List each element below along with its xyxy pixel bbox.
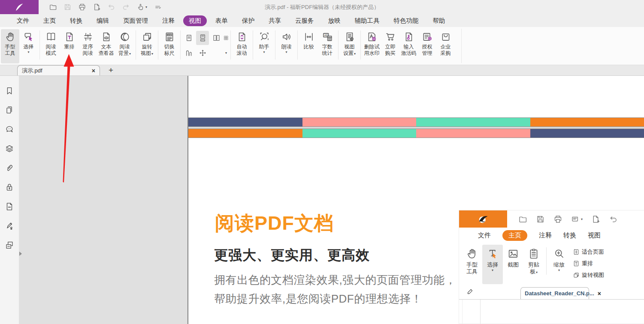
single-page-layout-button[interactable] (182, 31, 195, 45)
hand-tool-button[interactable]: 手型工具 (462, 245, 482, 284)
new-tab-button[interactable]: + (109, 66, 113, 75)
folder-icon (518, 215, 527, 224)
signature-icon (5, 221, 14, 231)
chevron-down-icon[interactable]: ▾ (224, 46, 229, 60)
screenshot-tab-label: Datasheet_Reader_CN.p... (525, 290, 594, 297)
tab-close-icon[interactable]: × (92, 68, 95, 74)
menu-form[interactable]: 表单 (210, 15, 233, 26)
screenshot-share-icon: ▾ (571, 215, 583, 224)
facing-layout-button[interactable] (210, 31, 223, 45)
print-button[interactable] (78, 3, 86, 11)
menu-share[interactable]: 共享 (263, 15, 287, 26)
menu-cloud-service[interactable]: 云服务 (290, 15, 320, 26)
clipboard-button[interactable]: 剪贴板▾ (523, 245, 544, 284)
compare-button[interactable]: 比较 (299, 29, 318, 63)
save-button[interactable] (63, 3, 72, 11)
ribbon-group: 旋转视图▾ (138, 29, 156, 63)
sidebar-pages-button[interactable] (5, 105, 14, 115)
read-mode-button[interactable]: 阅读模式 (42, 29, 60, 63)
enter-activation-code-button[interactable]: 输入激活码 (399, 29, 418, 63)
chevron-down-icon: ▾ (129, 52, 131, 56)
menu-protect[interactable]: 保护 (236, 15, 260, 26)
redo-button[interactable] (122, 3, 130, 11)
speaker-icon (281, 31, 292, 42)
sidebar-digital-signatures-button[interactable] (5, 221, 14, 231)
remove-trial-watermark-button[interactable]: 删除试用水印 (363, 29, 381, 63)
menu-edit[interactable]: 编辑 (91, 15, 115, 26)
group-separator (230, 30, 231, 60)
reading-background-button[interactable]: 阅读背景▾ (115, 29, 134, 63)
word-count-button[interactable]: AB字数统计 (318, 29, 336, 63)
continuous-facing-layout-button[interactable] (182, 46, 195, 60)
sidebar-fields-button[interactable] (5, 202, 14, 211)
screenshot-button[interactable]: 截图 (503, 245, 523, 284)
touch-mode-button[interactable]: ▾ (136, 3, 147, 11)
menu-assistive-tools[interactable]: 辅助工具 (349, 15, 385, 26)
select-button[interactable]: 选择▾ (19, 29, 38, 63)
split-view-button[interactable] (196, 46, 209, 60)
sidebar-security-button[interactable] (5, 183, 14, 192)
auto-scroll-button[interactable]: 自动滚动 (233, 29, 251, 63)
customize-quick-access-button[interactable] (154, 3, 162, 11)
text-viewer-button[interactable]: 文本查看器 (97, 29, 115, 63)
assistant-button[interactable]: 助手▾ (255, 29, 273, 63)
open-button[interactable] (49, 3, 57, 11)
page-layout-group: ▾ (182, 31, 229, 60)
l-cont-icon (199, 34, 207, 42)
clipboard-icon (528, 248, 540, 260)
rotate-view-button[interactable]: 旋转视图▾ (138, 29, 156, 63)
sidebar-layers-button[interactable] (5, 144, 14, 153)
group-separator (253, 30, 253, 60)
read-bg-icon (119, 31, 130, 42)
license-icon (422, 31, 433, 42)
enterprise-purchase-button[interactable]: 企业采购 (436, 29, 455, 63)
ribbon-group: 自动滚动 (233, 29, 251, 63)
paperclip-icon (5, 163, 14, 173)
menu-file[interactable]: 文件 (11, 15, 35, 26)
four-page-layout-button[interactable] (224, 31, 229, 45)
menu-help[interactable]: 帮助 (427, 15, 451, 26)
hand-tool-button[interactable]: 手型工具 (1, 29, 19, 63)
l-facing-icon (212, 34, 221, 42)
screenshot-menu-comment: 注释 (539, 231, 552, 240)
buy-now-button[interactable]: 立即购买 (381, 29, 399, 63)
group-separator (546, 247, 547, 275)
zoom-button[interactable]: 缩放▾ (549, 245, 569, 284)
select-button[interactable]: 选择▾ (482, 245, 503, 284)
file-plus-icon (93, 3, 101, 11)
reflow-button[interactable]: 重排 (60, 29, 79, 63)
color-bar-segment (416, 129, 530, 138)
panel-expand-handle[interactable] (19, 252, 22, 256)
sidebar-attachments-button[interactable] (5, 163, 14, 173)
screenshot-tab-row: Datasheet_Reader_CN.p... × (459, 286, 644, 300)
reflow-sm-icon (573, 260, 580, 267)
reverse-reading-button[interactable]: 逆序阅读 (79, 29, 97, 63)
menu-page-management[interactable]: 页面管理 (118, 15, 154, 26)
toggle-ruler-button[interactable]: 切换标尺 (160, 29, 178, 63)
decorative-color-bars (188, 117, 644, 138)
menu-home[interactable]: 主页 (38, 15, 61, 26)
tab-demo-pdf[interactable]: 演示.pdf × (17, 65, 100, 75)
menu-slideshow[interactable]: 放映 (323, 15, 346, 26)
license-management-button[interactable]: 授权管理 (418, 29, 436, 63)
menu-comment[interactable]: 注释 (157, 15, 180, 26)
view-settings-button[interactable]: 视图设置▾ (340, 29, 359, 63)
menu-convert[interactable]: 转换 (64, 15, 88, 26)
layers-icon (5, 144, 14, 153)
color-bar-row1 (188, 117, 644, 127)
bag-icon (440, 31, 451, 42)
menu-special-features[interactable]: 特色功能 (388, 15, 424, 26)
menu-view[interactable]: 视图 (183, 15, 207, 26)
ribbon-group: 删除试用水印立即购买输入激活码授权管理企业采购 (363, 29, 455, 63)
continuous-layout-button[interactable] (196, 31, 209, 45)
sidebar-bookmarks-button[interactable] (5, 86, 14, 96)
undo-button[interactable] (107, 3, 115, 11)
sidebar-comments-button[interactable] (5, 125, 14, 134)
read-aloud-button[interactable]: 朗读▾ (277, 29, 296, 63)
new-document-button[interactable] (93, 3, 101, 11)
pdf-body-line1: 拥有出色的文档渲染效果,强大的页面管理功能， (214, 273, 456, 288)
sidebar-destinations-button[interactable] (5, 240, 14, 250)
screenshot-tab-close-icon: × (598, 290, 601, 297)
color-bar-segment (530, 129, 644, 138)
screenshot-menu-view: 视图 (588, 231, 601, 240)
